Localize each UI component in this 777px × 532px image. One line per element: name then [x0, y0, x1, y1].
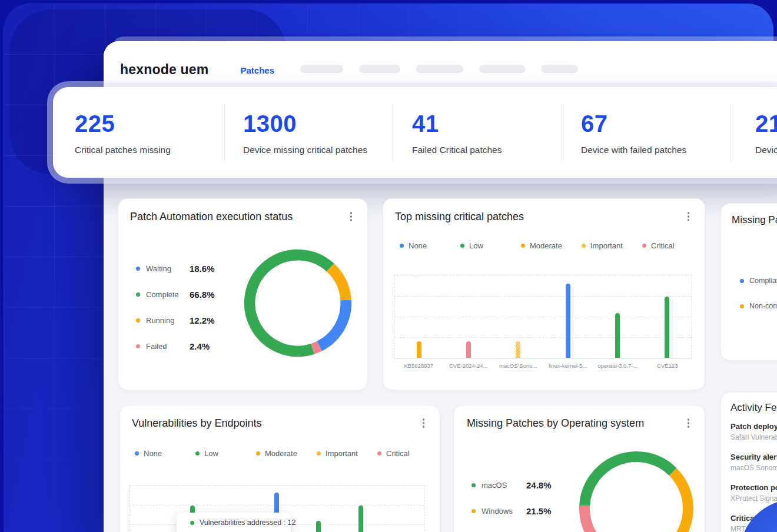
severity-legend: None Low Moderate Important Critical: [400, 241, 703, 250]
activity-item[interactable]: Patch deployed Safari Vulnerabili: [730, 422, 777, 441]
activity-item[interactable]: Protection poli XProtect Signatu: [730, 483, 777, 503]
legend-item-important[interactable]: Important: [582, 241, 642, 250]
os-donut-chart[interactable]: [577, 450, 695, 532]
legend-label: Compliant: [749, 277, 777, 285]
activity-item-subtitle: Safari Vulnerabili: [730, 433, 777, 441]
x-axis-label: CVE-2024-24...: [444, 363, 494, 369]
legend-label: Moderate: [265, 449, 297, 458]
nav-skeleton-pill[interactable]: [541, 65, 578, 73]
legend-item-critical[interactable]: Critical: [377, 449, 438, 458]
severity-legend: None Low Moderate Important Critical: [135, 449, 438, 458]
bar[interactable]: [316, 521, 321, 532]
activity-item-subtitle: macOS Sonoma: [730, 464, 777, 472]
donut-segment[interactable]: [250, 255, 330, 351]
stat-device-failed-patches[interactable]: 67 Device with failed patches: [581, 112, 686, 155]
nav-skeleton-pill[interactable]: [359, 65, 400, 73]
legend-value: 2.4%: [190, 341, 210, 351]
legend-dot: [135, 451, 139, 455]
top-missing-bar-chart[interactable]: [394, 275, 692, 358]
kebab-menu-icon[interactable]: [685, 416, 692, 430]
x-axis-label: linux-kernel-5...: [543, 363, 593, 369]
legend-label: Low: [469, 241, 483, 250]
activity-item-subtitle: XProtect Signatu: [730, 494, 777, 503]
x-axis-label: CVE123: [643, 363, 693, 369]
legend-dot: [195, 451, 200, 455]
automation-donut-chart[interactable]: [243, 248, 353, 358]
activity-item-title: Security alert c: [730, 453, 777, 461]
donut-segment[interactable]: [320, 300, 346, 346]
stat-device-missing-critical[interactable]: 1300 Device missing critical patches: [243, 112, 367, 155]
stat-device-cutoff[interactable]: 212 Device: [755, 112, 777, 155]
kebab-menu-icon[interactable]: [420, 416, 427, 430]
legend-value: 21.5%: [526, 506, 552, 516]
activity-item[interactable]: Security alert c macOS Sonoma: [730, 453, 777, 472]
bar[interactable]: [665, 297, 669, 358]
card-missing-patches-by-os: Missing Patches by Operating system macO…: [453, 405, 705, 532]
nav-skeleton-pill[interactable]: [300, 65, 343, 73]
donut-segment[interactable]: [585, 506, 662, 532]
kebab-menu-icon[interactable]: [685, 210, 692, 224]
stat-failed-critical-patches[interactable]: 41 Failed Critical patches: [412, 112, 502, 155]
legend-item-low[interactable]: Low: [195, 449, 256, 458]
legend-item-non-compliant[interactable]: Non-comp: [740, 302, 777, 310]
divider: [393, 104, 393, 161]
legend-item-waiting[interactable]: Waiting 18.6%: [136, 255, 215, 281]
card-missing-patches-compliance: Missing Pa Compliant Non-comp: [720, 203, 777, 361]
bar[interactable]: [466, 341, 471, 358]
legend-item-running[interactable]: Running 12.2%: [136, 307, 215, 333]
activity-item-title: Protection poli: [730, 483, 777, 492]
legend-dot: [136, 344, 140, 348]
legend-item-none[interactable]: None: [400, 241, 460, 250]
legend-dot: [471, 483, 476, 487]
stats-summary-card: 225 Critical patches missing 1300 Device…: [53, 87, 777, 178]
donut-legend: macOS 24.8% Windows 21.5%: [471, 472, 552, 524]
bar[interactable]: [358, 506, 363, 532]
legend-label: None: [409, 241, 427, 250]
legend-item-failed[interactable]: Failed 2.4%: [136, 333, 215, 359]
legend-value: 12.2%: [190, 315, 215, 325]
card-top-missing-critical-patches: Top missing critical patches None Low Mo…: [383, 198, 705, 390]
legend-item-critical[interactable]: Critical: [642, 241, 703, 250]
divider: [730, 104, 731, 161]
legend-item-windows[interactable]: Windows 21.5%: [471, 498, 552, 524]
legend-item-low[interactable]: Low: [460, 241, 521, 250]
nav-skeleton-pill[interactable]: [479, 65, 525, 73]
gridline: [394, 317, 692, 317]
legend-label: None: [144, 449, 162, 458]
stat-label: Device missing critical patches: [243, 145, 367, 155]
donut-segment[interactable]: [330, 268, 346, 300]
nav-skeleton-pill[interactable]: [416, 65, 463, 73]
legend-dot: [136, 267, 140, 271]
legend-item-none[interactable]: None: [135, 449, 195, 458]
legend-item-important[interactable]: Important: [317, 449, 377, 458]
legend-item-complete[interactable]: Complete 66.8%: [136, 281, 215, 307]
card-title: Missing Pa: [732, 214, 777, 226]
legend-item-macos[interactable]: macOS 24.8%: [471, 472, 552, 498]
bar[interactable]: [516, 341, 520, 358]
screenshot-stage: hexnode uem Patches 225 Critical patches…: [0, 0, 777, 532]
gridline: [394, 337, 692, 338]
gridline: [394, 296, 692, 297]
legend-item-moderate[interactable]: Moderate: [521, 241, 582, 250]
card-title: Top missing critical patches: [395, 211, 524, 223]
legend-label: Waiting: [146, 264, 190, 273]
tab-patches[interactable]: Patches: [240, 66, 274, 75]
card-title: Activity Fe: [730, 402, 776, 414]
legend-item-compliant[interactable]: Compliant: [740, 277, 777, 285]
stat-critical-patches-missing[interactable]: 225 Critical patches missing: [75, 112, 171, 155]
donut-segment[interactable]: [662, 472, 688, 532]
stat-label: Failed Critical patches: [412, 145, 502, 155]
legend-label: Complete: [146, 290, 190, 299]
legend-label: Critical: [651, 241, 675, 250]
bar[interactable]: [615, 313, 620, 358]
donut-segment[interactable]: [585, 457, 673, 506]
stat-value: 67: [581, 112, 686, 135]
legend-item-moderate[interactable]: Moderate: [256, 449, 317, 458]
bar[interactable]: [566, 284, 570, 358]
donut-segment[interactable]: [313, 346, 319, 349]
legend-dot: [642, 244, 646, 248]
bar[interactable]: [417, 341, 421, 358]
x-axis-labels: KB5028937 CVE-2024-24... macOS Sono... l…: [394, 363, 692, 369]
kebab-menu-icon[interactable]: [348, 210, 355, 224]
stat-label: Critical patches missing: [75, 145, 171, 155]
